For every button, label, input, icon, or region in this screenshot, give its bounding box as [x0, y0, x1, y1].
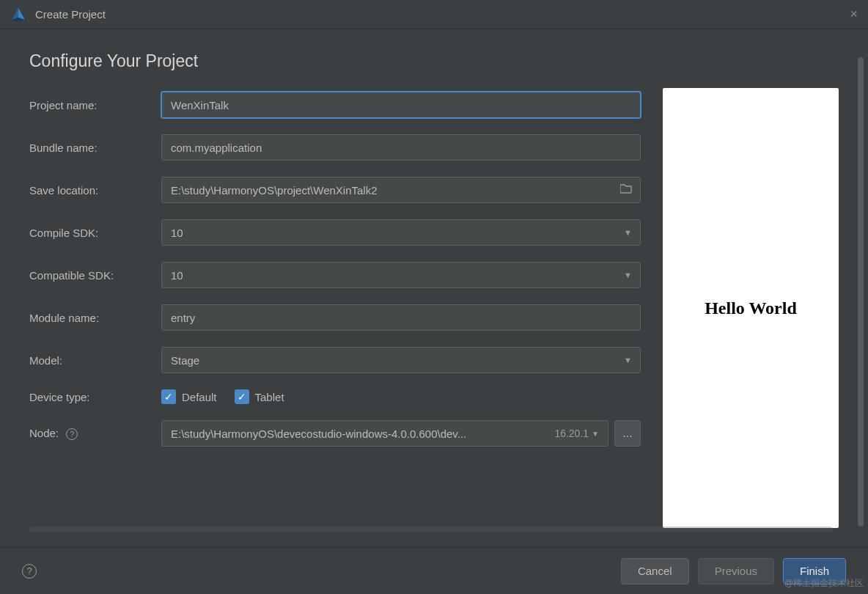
- device-type-default-label: Default: [182, 391, 217, 403]
- compatible-sdk-value: 10: [171, 269, 183, 282]
- preview-panel: Hello World: [663, 88, 839, 528]
- cancel-button[interactable]: Cancel: [621, 558, 689, 584]
- node-browse-button[interactable]: ...: [614, 420, 641, 447]
- node-path-value: E:\study\HarmonyOS\devecostudio-windows-…: [171, 428, 548, 440]
- horizontal-scrollbar[interactable]: [29, 527, 833, 532]
- preview-text: Hello World: [705, 298, 797, 318]
- node-label: Node: ?: [29, 427, 161, 440]
- scrollbar-thumb[interactable]: [29, 527, 833, 532]
- compatible-sdk-select[interactable]: 10: [161, 262, 641, 288]
- model-value: Stage: [171, 354, 199, 367]
- bundle-name-label: Bundle name:: [29, 142, 161, 154]
- check-icon: ✓: [235, 389, 249, 404]
- chevron-down-icon: ▼: [592, 430, 599, 438]
- previous-button[interactable]: Previous: [698, 558, 774, 584]
- save-location-label: Save location:: [29, 184, 161, 197]
- node-path-select[interactable]: E:\study\HarmonyOS\devecostudio-windows-…: [161, 420, 608, 447]
- module-name-label: Module name:: [29, 312, 161, 324]
- check-icon: ✓: [161, 389, 176, 404]
- device-type-tablet-label: Tablet: [255, 391, 284, 403]
- compile-sdk-label: Compile SDK:: [29, 227, 161, 239]
- form-panel: Configure Your Project Project name: Bun…: [29, 51, 641, 528]
- device-type-label: Device type:: [29, 391, 161, 403]
- watermark: @稀土掘金技术社区: [784, 577, 864, 590]
- vertical-scrollbar[interactable]: [858, 57, 864, 527]
- model-select[interactable]: Stage: [161, 347, 641, 373]
- device-type-default-checkbox[interactable]: ✓ Default: [161, 389, 217, 404]
- node-version: 16.20.1 ▼: [554, 428, 599, 439]
- footer: ? Cancel Previous Finish: [0, 547, 868, 594]
- close-icon[interactable]: ×: [850, 7, 858, 22]
- scrollbar-thumb[interactable]: [858, 57, 864, 527]
- window-title: Create Project: [35, 8, 106, 21]
- bundle-name-input[interactable]: [161, 134, 641, 161]
- compatible-sdk-label: Compatible SDK:: [29, 269, 161, 282]
- module-name-input[interactable]: [161, 304, 641, 331]
- app-logo-icon: [10, 7, 26, 23]
- save-location-input[interactable]: [161, 177, 641, 203]
- page-title: Configure Your Project: [29, 51, 641, 71]
- titlebar: Create Project ×: [0, 0, 868, 29]
- model-label: Model:: [29, 354, 161, 367]
- device-type-tablet-checkbox[interactable]: ✓ Tablet: [235, 389, 284, 404]
- folder-icon[interactable]: [620, 183, 632, 197]
- compile-sdk-select[interactable]: 10: [161, 219, 641, 246]
- help-icon[interactable]: ?: [66, 428, 78, 440]
- project-name-input[interactable]: [161, 92, 641, 118]
- help-icon[interactable]: ?: [22, 564, 37, 579]
- compile-sdk-value: 10: [171, 227, 183, 239]
- project-name-label: Project name:: [29, 99, 161, 111]
